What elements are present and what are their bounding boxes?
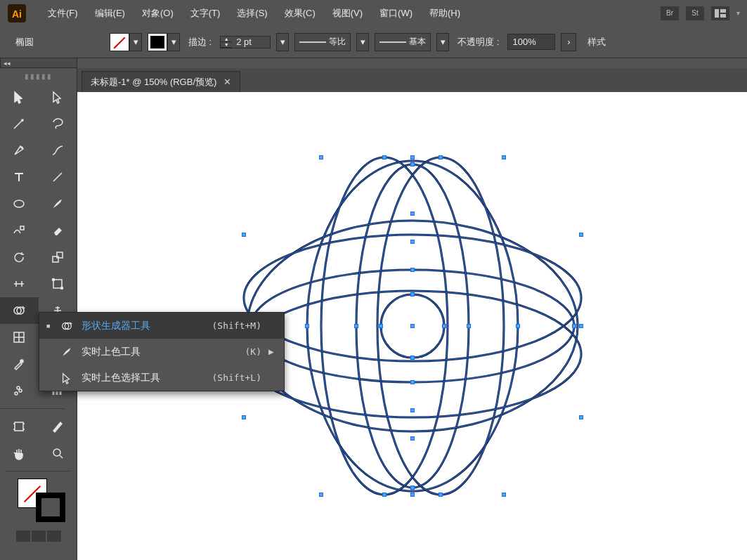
selection-handle[interactable] <box>439 155 443 159</box>
paintbrush-tool[interactable] <box>39 190 77 217</box>
selection-handle[interactable] <box>242 233 246 237</box>
stroke-swatch[interactable] <box>148 33 167 51</box>
close-icon[interactable]: ✕ <box>223 77 231 87</box>
selection-handle[interactable] <box>410 356 415 360</box>
width-tool[interactable] <box>0 271 39 297</box>
fill-stroke-indicator[interactable] <box>18 478 60 516</box>
menu-2[interactable]: 对象(O) <box>134 1 182 26</box>
opacity-input[interactable] <box>507 34 555 50</box>
selection-handle[interactable] <box>502 155 506 159</box>
color-mode-icon[interactable] <box>16 530 30 542</box>
mesh-tool[interactable] <box>0 324 39 351</box>
chevron-down-icon[interactable]: ▼ <box>221 42 232 48</box>
selection-tool[interactable] <box>0 84 39 110</box>
selection-handle[interactable] <box>467 324 471 328</box>
selection-handle[interactable] <box>305 324 309 328</box>
pen-tool[interactable] <box>0 137 39 164</box>
selection-handle[interactable] <box>579 415 583 419</box>
shaper-tool[interactable] <box>0 217 39 244</box>
eyedropper-tool[interactable] <box>0 351 39 377</box>
toolbox-grip[interactable]: ▮▮▮▮▮ <box>0 72 77 80</box>
selection-handle[interactable] <box>410 380 415 384</box>
menu-8[interactable]: 帮助(H) <box>421 1 469 26</box>
selection-handle[interactable] <box>410 324 415 328</box>
stroke-weight-input[interactable] <box>232 37 270 48</box>
selection-handle[interactable] <box>439 493 443 497</box>
fill-swatch-dropdown[interactable]: ▾ <box>129 33 142 51</box>
menu-6[interactable]: 视图(V) <box>324 1 371 26</box>
selection-handle[interactable] <box>410 240 415 244</box>
stroke-weight-dropdown[interactable]: ▾ <box>276 33 289 51</box>
menu-7[interactable]: 窗口(W) <box>371 1 421 26</box>
selection-handle[interactable] <box>410 268 415 272</box>
variable-width-profile[interactable]: 等比 <box>294 33 351 51</box>
selection-handle[interactable] <box>242 415 246 419</box>
zoom-tool[interactable] <box>39 440 77 467</box>
stroke-weight-stepper[interactable]: ▲▼ <box>220 36 271 48</box>
selection-handle[interactable] <box>410 408 415 412</box>
selection-handle[interactable] <box>502 493 506 497</box>
selection-handle[interactable] <box>516 324 520 328</box>
selection-handle[interactable] <box>410 486 415 490</box>
scale-tool[interactable] <box>39 244 77 271</box>
ellipse-tool[interactable] <box>0 190 39 217</box>
brush-definition[interactable]: 基本 <box>375 33 431 51</box>
slice-tool[interactable] <box>39 413 77 440</box>
selection-handle[interactable] <box>410 436 415 441</box>
curvature-tool[interactable] <box>39 137 77 164</box>
opacity-dropdown[interactable]: › <box>561 33 576 51</box>
fill-swatch[interactable] <box>110 33 129 51</box>
free-transform-tool[interactable] <box>39 271 77 297</box>
panel-collapse-handle[interactable]: ◂◂ <box>0 58 77 68</box>
selection-handle[interactable] <box>579 233 583 237</box>
lasso-tool[interactable] <box>39 110 77 137</box>
selection-handle[interactable] <box>319 493 323 497</box>
selection-handle[interactable] <box>410 162 415 167</box>
stock-icon[interactable]: St <box>686 6 704 20</box>
chevron-up-icon[interactable]: ▲ <box>221 37 232 42</box>
brush-dropdown[interactable]: ▾ <box>436 33 449 51</box>
svg-rect-4 <box>720 14 726 18</box>
bridge-icon[interactable]: Br <box>661 6 679 20</box>
selection-handle[interactable] <box>354 324 358 328</box>
line-segment-tool[interactable] <box>39 164 77 190</box>
selection-handle[interactable] <box>572 324 576 328</box>
selection-handle[interactable] <box>382 493 387 497</box>
selection-handle[interactable] <box>382 155 387 159</box>
selection-handle[interactable] <box>410 211 415 216</box>
document-tab[interactable]: 未标题-1* @ 150% (RGB/预览) ✕ <box>82 71 240 92</box>
selection-handle[interactable] <box>410 493 415 497</box>
workspace-icon[interactable] <box>711 6 729 20</box>
selection-handle[interactable] <box>442 324 446 328</box>
direct-selection-tool[interactable] <box>39 84 77 110</box>
magic-wand-tool[interactable] <box>0 110 39 137</box>
menu-1[interactable]: 编辑(E) <box>86 1 134 26</box>
menu-4[interactable]: 选择(S) <box>228 1 275 26</box>
flyout-item-1[interactable]: 实时上色工具(K)▶ <box>39 339 284 365</box>
profile-dropdown[interactable]: ▾ <box>356 33 369 51</box>
selection-handle[interactable] <box>410 155 415 159</box>
menu-0[interactable]: 文件(F) <box>39 1 86 26</box>
stroke-indicator[interactable] <box>36 493 65 522</box>
selection-handle[interactable] <box>319 155 323 159</box>
svg-rect-8 <box>20 226 24 230</box>
artboard-tool[interactable] <box>0 413 39 440</box>
none-mode-icon[interactable] <box>47 530 61 542</box>
shape-builder-tool[interactable] <box>0 297 39 324</box>
eraser-tool[interactable] <box>39 217 77 244</box>
symbol-sprayer-tool[interactable] <box>0 377 39 404</box>
flyout-item-0[interactable]: ■形状生成器工具(Shift+M) <box>39 313 284 339</box>
gradient-mode-icon[interactable] <box>32 530 46 542</box>
flyout-item-2[interactable]: 实时上色选择工具(Shift+L) <box>39 365 284 391</box>
selection-handle[interactable] <box>379 324 383 328</box>
type-tool[interactable] <box>0 164 39 190</box>
selection-handle[interactable] <box>410 292 415 297</box>
menu-5[interactable]: 效果(C) <box>276 1 324 26</box>
chevron-down-icon[interactable]: ▾ <box>736 9 740 17</box>
hand-tool[interactable] <box>0 440 39 467</box>
rotate-tool[interactable] <box>0 244 39 271</box>
selection-handle[interactable] <box>579 324 583 328</box>
app-logo: Ai <box>6 2 28 25</box>
stroke-swatch-dropdown[interactable]: ▾ <box>167 33 180 51</box>
menu-3[interactable]: 文字(T) <box>182 1 229 26</box>
